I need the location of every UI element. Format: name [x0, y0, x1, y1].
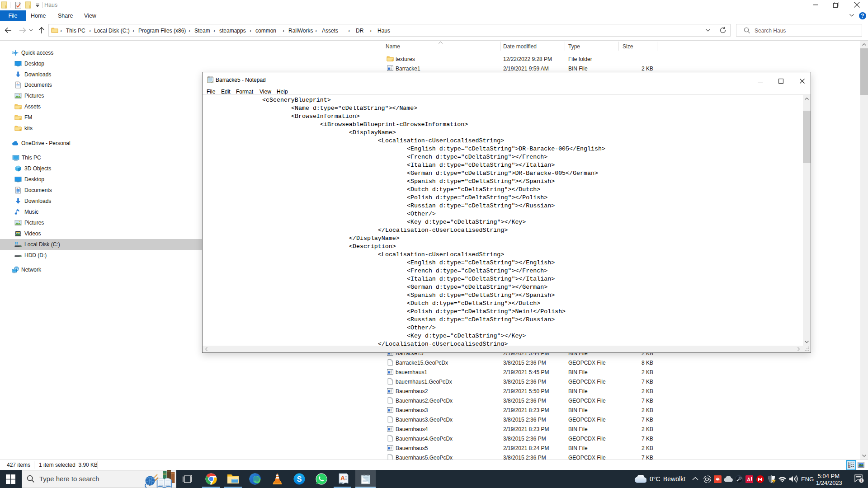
svg-text:A: A: [340, 474, 345, 482]
svg-text:A: A: [747, 477, 750, 482]
svg-text:S: S: [297, 475, 302, 483]
svg-text:1: 1: [860, 479, 863, 483]
